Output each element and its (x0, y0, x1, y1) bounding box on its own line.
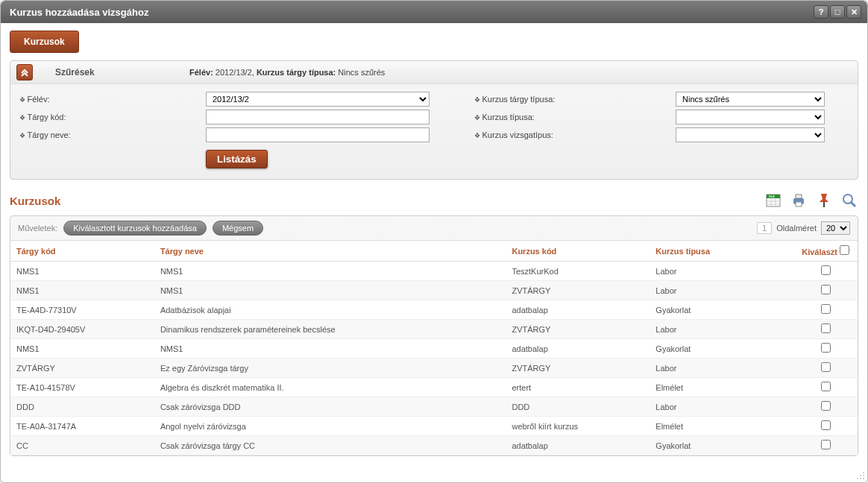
cell-select (793, 339, 858, 359)
table-row: NMS1NMS1adatbalapGyakorlat (10, 339, 858, 359)
cell-course-type: Labor (650, 359, 793, 378)
label-subject-name: Tárgy neve: (19, 130, 198, 139)
cell-subject-name: Adatbázisok alapjai (154, 300, 506, 320)
cell-subject-code: NMS1 (10, 262, 154, 281)
cell-select (793, 320, 858, 339)
cell-subject-name: Angol nyelvi záróvizsga (154, 417, 506, 436)
label-course-exam-type: Kurzus vizsgatípus: (474, 130, 668, 139)
section-title: Kurzusok (10, 195, 60, 207)
cell-subject-code: NMS1 (10, 281, 154, 300)
window-title: Kurzus hozzáadása vizsgához (10, 7, 148, 18)
table-row: DDDCsak záróvizsga DDDDDDLabor (10, 397, 858, 417)
cell-course-type: Labor (650, 281, 793, 300)
cell-course-code: TesztKurKod (506, 262, 650, 281)
filter-summary-semester-value: 2012/13/2, (216, 68, 254, 77)
cell-subject-code: TE-A4D-77310V (10, 300, 154, 320)
cell-subject-code: TE-A0A-31747A (10, 417, 154, 436)
input-subject-code[interactable] (206, 110, 430, 124)
th-subject-code[interactable]: Tárgy kód (10, 241, 154, 262)
cell-subject-code: TE-A10-41578V (10, 378, 154, 397)
cell-subject-name: NMS1 (154, 339, 506, 359)
cell-course-code: adatbalap (506, 339, 650, 359)
cell-select (793, 281, 858, 300)
pin-icon[interactable] (815, 192, 833, 209)
svg-point-15 (863, 475, 864, 476)
cancel-button[interactable]: Mégsem (213, 221, 263, 236)
table-header-row: Tárgy kód Tárgy neve Kurzus kód Kurzus t… (10, 241, 858, 262)
cell-course-type: Gyakorlat (650, 300, 793, 320)
row-select-checkbox[interactable] (821, 440, 831, 449)
svg-rect-9 (796, 202, 802, 206)
cell-select (793, 436, 858, 455)
svg-rect-8 (796, 195, 802, 198)
row-select-checkbox[interactable] (821, 401, 831, 411)
filter-grid: Félév: 2012/13/2 Kurzus tárgy típusa: Ni… (19, 92, 849, 142)
svg-point-17 (860, 478, 861, 479)
export-xls-icon[interactable]: XLS (764, 192, 782, 209)
list-button[interactable]: Listázás (206, 150, 268, 168)
page-size-select[interactable]: 20 (821, 221, 850, 235)
resize-grip[interactable] (855, 470, 866, 481)
cell-course-type: Labor (650, 320, 793, 339)
row-select-checkbox[interactable] (821, 382, 831, 391)
dialog-window: Kurzus hozzáadása vizsgához ? □ ✕ Kurzus… (0, 0, 868, 483)
close-button[interactable]: ✕ (846, 5, 861, 19)
cell-select (793, 417, 858, 436)
th-course-type[interactable]: Kurzus típusa (650, 241, 793, 262)
row-select-checkbox[interactable] (821, 265, 831, 275)
section-bar: Kurzusok XLS (10, 192, 858, 209)
select-course-type[interactable] (676, 110, 825, 124)
row-select-checkbox[interactable] (821, 420, 831, 430)
table-row: ZVTÁRGYEz egy Záróvizsga tárgyZVTÁRGYLab… (10, 359, 858, 378)
table-row: IKQT-D4D-29405VDinamikus rendszerek para… (10, 320, 858, 339)
cell-subject-code: ZVTÁRGY (10, 359, 154, 378)
label-course-subject-type: Kurzus tárgy típusa: (474, 95, 668, 104)
cell-course-code: ZVTÁRGY (506, 359, 650, 378)
th-subject-name[interactable]: Tárgy neve (154, 241, 506, 262)
help-button[interactable]: ? (814, 5, 828, 19)
row-select-checkbox[interactable] (821, 304, 831, 314)
cell-course-code: ertert (506, 378, 650, 397)
page-size-label: Oldalméret (776, 224, 817, 233)
cell-course-type: Gyakorlat (650, 339, 793, 359)
table-row: CCCsak záróvizsga tárgy CCadatbalapGyako… (10, 436, 858, 455)
filter-header: Szűrések Félév: 2012/13/2, Kurzus tárgy … (10, 61, 858, 84)
filter-summary-semester-label: Félév: (189, 68, 213, 77)
maximize-button[interactable]: □ (830, 5, 845, 19)
ops-bar: Műveletek: Kiválasztott kurzusok hozzáad… (10, 216, 858, 241)
row-select-checkbox[interactable] (821, 343, 831, 353)
search-icon[interactable] (840, 192, 858, 209)
label-course-type: Kurzus típusa: (474, 113, 668, 121)
row-select-checkbox[interactable] (821, 362, 831, 372)
add-selected-button[interactable]: Kiválasztott kurzusok hozzáadása (63, 221, 207, 236)
filter-summary: Félév: 2012/13/2, Kurzus tárgy típusa: N… (189, 68, 385, 77)
tab-kurzusok[interactable]: Kurzusok (10, 31, 79, 53)
svg-point-14 (860, 475, 861, 476)
row-select-checkbox[interactable] (821, 323, 831, 333)
cell-subject-name: Ez egy Záróvizsga tárgy (154, 359, 506, 378)
cell-subject-code: DDD (10, 397, 154, 417)
cell-course-type: Gyakorlat (650, 436, 793, 455)
chevron-up-icon (20, 68, 29, 77)
cell-course-code: DDD (506, 397, 650, 417)
input-subject-name[interactable] (206, 127, 430, 142)
cell-select (793, 262, 858, 281)
print-icon[interactable] (790, 192, 808, 209)
select-semester[interactable]: 2012/13/2 (206, 92, 430, 107)
ops-panel: Műveletek: Kiválasztott kurzusok hozzáad… (10, 215, 858, 456)
th-select: Kiválaszt (793, 241, 858, 262)
table-row: TE-A4D-77310VAdatbázisok alapjaiadatbala… (10, 300, 858, 320)
select-course-exam-type[interactable] (676, 127, 825, 142)
cell-subject-code: CC (10, 436, 154, 455)
row-select-checkbox[interactable] (821, 285, 831, 294)
select-course-subject-type[interactable]: Nincs szűrés (676, 92, 825, 107)
th-course-code[interactable]: Kurzus kód (506, 241, 650, 262)
page-number[interactable]: 1 (757, 222, 772, 234)
table-row: NMS1NMS1ZVTÁRGYLabor (10, 281, 858, 300)
collapse-filters-button[interactable] (16, 64, 33, 80)
svg-point-18 (863, 478, 864, 479)
cell-subject-name: NMS1 (154, 262, 506, 281)
cell-course-code: ZVTÁRGY (506, 281, 650, 300)
select-all-checkbox[interactable] (840, 245, 849, 255)
ops-left: Műveletek: Kiválasztott kurzusok hozzáad… (18, 221, 263, 236)
